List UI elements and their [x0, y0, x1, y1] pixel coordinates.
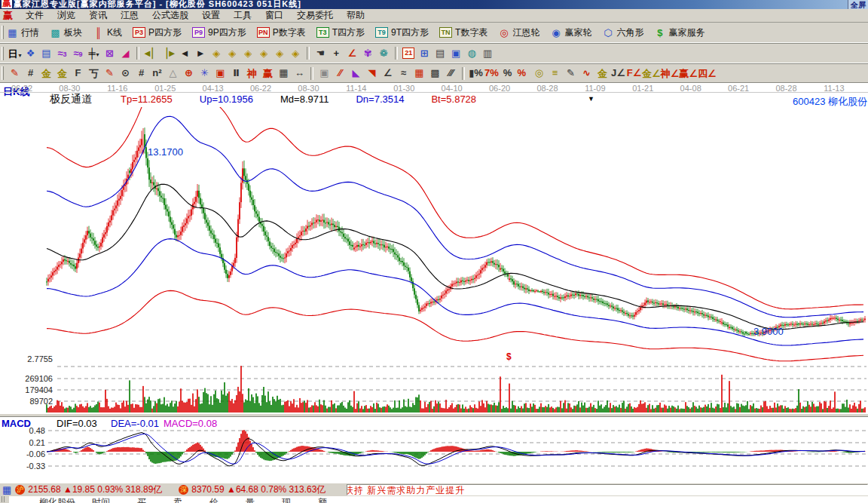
menu-item-3[interactable]: 江恩: [114, 9, 145, 22]
export-icon[interactable]: ◍: [464, 46, 480, 61]
child-window-icon[interactable]: 赢: [0, 9, 19, 23]
print-icon[interactable]: ▥: [480, 46, 496, 61]
fit-screen-icon[interactable]: ◈: [288, 46, 304, 61]
expand-icon[interactable]: ◈: [272, 46, 288, 61]
fan-box-icon[interactable]: ◣: [348, 66, 364, 81]
toolbar-item-quotes[interactable]: ▦行情: [7, 26, 39, 39]
toolbar-item-gann-wheel[interactable]: ◎江恩轮: [498, 26, 539, 39]
note-pen-icon[interactable]: ✎: [563, 66, 579, 81]
wave-9-icon[interactable]: ≈9: [70, 46, 86, 61]
menu-item-6[interactable]: 工具: [227, 9, 258, 22]
toolbar-item-t-square[interactable]: T3T四方形: [316, 26, 365, 39]
slant-lines-icon[interactable]: ∕∕∕: [443, 66, 459, 81]
quote-grid-icon[interactable]: ▦: [2, 484, 11, 495]
n-square-icon[interactable]: n²: [149, 66, 165, 81]
grid-lines-icon[interactable]: #: [23, 66, 38, 81]
fullscreen-button[interactable]: 全屏: [848, 0, 868, 9]
win-grid-icon[interactable]: 赢: [260, 66, 276, 81]
circle-grid-icon[interactable]: ⊙: [118, 66, 133, 81]
red-grid-icon[interactable]: ▦: [411, 66, 427, 81]
gold-grid-2-icon[interactable]: 金: [54, 66, 70, 81]
menu-item-0[interactable]: 文件: [19, 9, 50, 22]
menu-item-5[interactable]: 设置: [195, 9, 227, 22]
dense-grid-icon[interactable]: ▩: [427, 66, 443, 81]
gann-box-icon[interactable]: ⊠: [102, 46, 118, 61]
gold-circle-icon[interactable]: ◎: [531, 66, 547, 81]
toolbar-grip[interactable]: [2, 66, 4, 80]
toolbar-item-kline[interactable]: ║K线: [93, 26, 122, 39]
zoom-out-icon[interactable]: ◈: [225, 46, 240, 61]
spider-web-icon[interactable]: ❖: [23, 46, 38, 61]
price-box-icon[interactable]: ▣: [316, 66, 332, 81]
toolbar-item-9p-square[interactable]: P99P四方形: [192, 26, 246, 39]
toolbar-grip[interactable]: [2, 26, 4, 39]
k-marks-icon[interactable]: Ⅱ: [228, 66, 244, 81]
span-arrows-icon[interactable]: ↔: [292, 66, 307, 81]
red-wave-icon[interactable]: ∿: [579, 66, 594, 81]
save-icon[interactable]: ▣: [448, 46, 464, 61]
toolbar-grip[interactable]: [2, 47, 4, 60]
box-star-icon[interactable]: ▣: [212, 66, 228, 81]
prev-icon[interactable]: ◄: [177, 46, 193, 61]
menu-item-1[interactable]: 浏览: [50, 9, 82, 22]
menu-item-9[interactable]: 帮助: [340, 9, 371, 22]
marker-pen-icon[interactable]: ✎: [102, 66, 118, 81]
toolbar-item-hexagon[interactable]: ⬡六角形: [602, 26, 643, 39]
hatch-icon[interactable]: #: [133, 66, 149, 81]
angle-measure-icon[interactable]: ∠: [344, 46, 360, 61]
gann-lines-icon[interactable]: ✾: [360, 46, 376, 61]
arc-grid-icon[interactable]: 丂: [86, 66, 102, 81]
percent-line-icon[interactable]: %­: [515, 66, 531, 81]
f-grid-icon[interactable]: F: [70, 66, 86, 81]
candle-style-icon[interactable]: ╪▾: [86, 46, 102, 61]
toolbar-item-p-square[interactable]: P3P四方形: [133, 26, 182, 39]
menu-item-7[interactable]: 窗口: [258, 9, 290, 22]
next-icon[interactable]: ►: [193, 46, 209, 61]
colored-chart-icon[interactable]: ◢: [118, 46, 133, 61]
toolbar-item-9t-square[interactable]: T99T四方形: [375, 26, 429, 39]
chart-area[interactable]: 日K线 06-2208-3011-1601-2504-1306-2208-301…: [0, 83, 868, 483]
toolbar-item-winner-wheel[interactable]: ◉赢家轮: [550, 26, 591, 39]
line-box-icon[interactable]: ◥: [364, 66, 380, 81]
fan-lines-icon[interactable]: ❁: [376, 46, 392, 61]
memo-icon[interactable]: ▤: [432, 46, 448, 61]
zoom-left-icon[interactable]: ◈: [209, 46, 225, 61]
bar-percent-icon[interactable]: ▮%: [468, 66, 484, 81]
toolbar-item-sectors[interactable]: ▩板块: [50, 26, 82, 39]
panel-grip[interactable]: [2, 496, 5, 502]
calculator-icon[interactable]: ⊞: [417, 46, 432, 61]
compress-icon[interactable]: ◈: [256, 46, 272, 61]
wave-tool-icon[interactable]: ≈: [396, 66, 411, 81]
pane-splitter[interactable]: [0, 413, 868, 417]
f-angle-icon[interactable]: F∠: [626, 66, 642, 81]
number-grid-icon[interactable]: ▦: [276, 66, 292, 81]
shen-angle-icon[interactable]: 神∠: [661, 66, 680, 81]
angle-mirror-icon[interactable]: △: [165, 66, 181, 81]
toolbar-item-p-number-table[interactable]: PNP数字表: [257, 26, 306, 39]
shanghai-index-icon[interactable]: 沪: [15, 485, 25, 495]
gold-grid-1-icon[interactable]: 金: [38, 66, 54, 81]
last-page-icon[interactable]: ▕►: [160, 46, 177, 61]
info-doc-icon[interactable]: ▤: [38, 46, 54, 61]
menu-item-2[interactable]: 资讯: [82, 9, 114, 22]
win-angle-icon[interactable]: 赢∠: [679, 66, 698, 81]
toolbar-item-winner-service[interactable]: $赢家服务: [654, 26, 704, 39]
star-grid-icon[interactable]: ✳: [197, 66, 212, 81]
draw-pen-icon[interactable]: ✎: [7, 66, 23, 81]
shenzhen-index-icon[interactable]: 深: [179, 485, 188, 495]
percent-icon[interactable]: %: [500, 66, 515, 81]
four-angle-icon[interactable]: 四∠: [698, 66, 717, 81]
hand-tool-icon[interactable]: ☚: [313, 46, 329, 61]
gold-level-icon[interactable]: ≡: [547, 66, 563, 81]
j-angle-icon[interactable]: J∠: [610, 66, 626, 81]
zoom-in-icon[interactable]: ◈: [240, 46, 256, 61]
speed-fan-icon[interactable]: ∕∕: [332, 66, 348, 81]
gold-tool-icon[interactable]: 金: [594, 66, 610, 81]
toolbar-item-t-number-table[interactable]: TNT数字表: [439, 26, 487, 39]
gold-angle-icon[interactable]: 金∠: [642, 66, 661, 81]
seven-percent-icon[interactable]: 7%: [484, 66, 500, 81]
news-ticker[interactable]: 扶持 新兴需求助力产业提升: [347, 484, 868, 495]
angle-set-icon[interactable]: ∠: [380, 66, 396, 81]
shen-grid-icon[interactable]: 神: [244, 66, 260, 81]
menu-item-8[interactable]: 交易委托: [290, 9, 340, 22]
